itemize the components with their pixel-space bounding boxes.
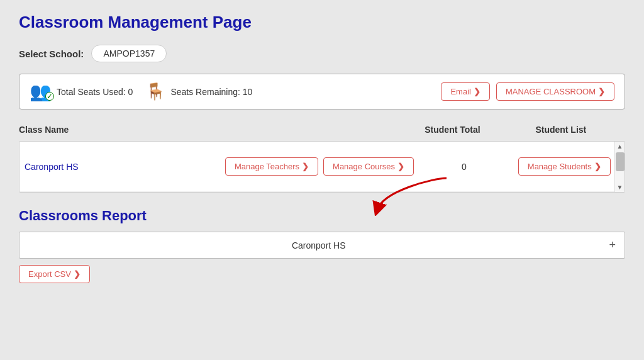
classrooms-report-row: Caronport HS + xyxy=(19,232,625,259)
scroll-up-arrow-icon[interactable]: ▲ xyxy=(616,142,625,151)
stats-box: 👥 ✓ Total Seats Used: 0 🪑 Seats Remainin… xyxy=(19,74,625,110)
email-chevron-icon: ❯ xyxy=(474,87,480,96)
email-button[interactable]: Email ❯ xyxy=(441,82,490,101)
report-school-label: Caronport HS xyxy=(28,240,609,250)
school-select-label: Select School: xyxy=(19,48,84,59)
col-class-name-header: Class Name xyxy=(19,125,236,135)
classrooms-report-title: Classrooms Report xyxy=(19,208,625,224)
manage-teachers-button[interactable]: Manage Teachers ❯ xyxy=(225,157,318,176)
export-csv-chevron-icon: ❯ xyxy=(74,269,80,279)
seats-used-item: 👥 ✓ Total Seats Used: 0 xyxy=(30,83,133,101)
manage-courses-label: Manage Courses xyxy=(333,162,395,171)
col-student-list-header: Student List xyxy=(507,125,615,135)
class-name-cell: Caronport HS xyxy=(19,162,225,172)
manage-students-label: Manage Students xyxy=(528,162,592,171)
class-actions: Manage Teachers ❯ Manage Courses ❯ xyxy=(225,157,414,176)
student-list-cell: Manage Students ❯ xyxy=(514,157,614,176)
manage-teachers-chevron-icon: ❯ xyxy=(302,162,309,171)
manage-courses-button[interactable]: Manage Courses ❯ xyxy=(323,157,414,176)
people-icon: 👥 ✓ xyxy=(30,83,52,101)
table-row: Caronport HS Manage Teachers ❯ Manage Co… xyxy=(19,142,614,192)
seats-remaining-label: Seats Remaining: 10 xyxy=(170,87,252,97)
manage-students-chevron-icon: ❯ xyxy=(594,162,601,171)
export-csv-label: Export CSV xyxy=(28,269,71,279)
student-total-cell: 0 xyxy=(414,162,514,172)
school-select-value[interactable]: AMPOP1357 xyxy=(91,45,167,62)
scrollbar[interactable]: ▲ ▼ xyxy=(614,142,625,192)
scroll-thumb[interactable] xyxy=(616,152,625,171)
manage-classroom-label: MANAGE CLASSROOM xyxy=(506,87,596,96)
manage-classroom-chevron-icon: ❯ xyxy=(598,87,605,96)
email-button-label: Email xyxy=(450,87,471,96)
export-csv-button[interactable]: Export CSV ❯ xyxy=(19,265,90,283)
col-actions-spacer xyxy=(236,125,399,135)
manage-students-button[interactable]: Manage Students ❯ xyxy=(518,157,611,176)
checkmark-badge: ✓ xyxy=(45,92,54,101)
scroll-down-arrow-icon[interactable]: ▼ xyxy=(616,183,625,192)
seat-icon: 🪑 xyxy=(145,82,165,101)
manage-teachers-label: Manage Teachers xyxy=(235,162,299,171)
seats-remaining-item: 🪑 Seats Remaining: 10 xyxy=(145,82,252,101)
manage-courses-chevron-icon: ❯ xyxy=(397,162,404,171)
table-content: Caronport HS Manage Teachers ❯ Manage Co… xyxy=(19,141,625,193)
manage-classroom-button[interactable]: MANAGE CLASSROOM ❯ xyxy=(496,82,614,101)
seats-used-label: Total Seats Used: 0 xyxy=(57,87,133,97)
page-title: Classroom Management Page xyxy=(19,13,625,32)
report-plus-icon[interactable]: + xyxy=(609,239,616,252)
col-student-total-header: Student Total xyxy=(398,125,506,135)
